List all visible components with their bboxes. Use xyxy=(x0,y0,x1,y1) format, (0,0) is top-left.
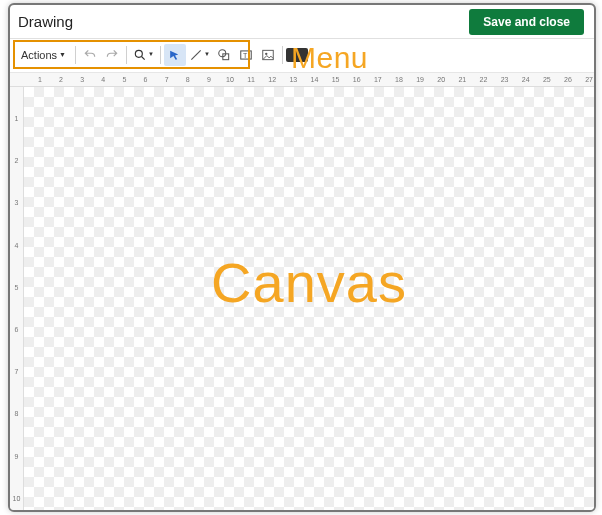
ruler-tick: 13 xyxy=(288,76,299,87)
ruler-tick: 15 xyxy=(330,76,341,87)
drawing-dialog: Drawing Save and close Actions ▼ ▼ xyxy=(8,3,596,512)
ruler-tick: 20 xyxy=(436,76,447,87)
ruler-tick xyxy=(10,256,23,277)
ruler-tick xyxy=(447,76,458,87)
svg-point-0 xyxy=(135,50,142,57)
zoom-icon xyxy=(133,48,147,62)
ruler-tick: 1 xyxy=(10,108,23,129)
ruler-tick xyxy=(10,129,23,150)
ruler-tick xyxy=(10,425,23,446)
line-tool-button[interactable]: ▼ xyxy=(186,44,213,66)
save-and-close-button[interactable]: Save and close xyxy=(469,9,584,35)
ruler-tick: 7 xyxy=(10,361,23,382)
toolbar-separator xyxy=(126,46,127,64)
ruler-tick xyxy=(10,298,23,319)
drawing-canvas[interactable]: Canvas xyxy=(24,87,594,510)
ruler-tick: 8 xyxy=(10,403,23,424)
ruler-tick xyxy=(489,76,500,87)
svg-text:T: T xyxy=(243,52,248,59)
ruler-tick: 19 xyxy=(415,76,426,87)
ruler-tick xyxy=(341,76,352,87)
ruler-tick: 9 xyxy=(204,76,215,87)
undo-icon xyxy=(83,48,97,62)
ruler-tick: 11 xyxy=(246,76,257,87)
ruler-tick: 23 xyxy=(499,76,510,87)
ruler-tick: 6 xyxy=(140,76,151,87)
dialog-title: Drawing xyxy=(18,13,73,30)
ruler-tick: 8 xyxy=(182,76,193,87)
ruler-tick: 22 xyxy=(478,76,489,87)
redo-icon xyxy=(105,48,119,62)
ruler-tick: 1 xyxy=(35,76,46,87)
ruler-tick xyxy=(510,76,521,87)
ruler-tick xyxy=(10,87,23,108)
shape-icon xyxy=(217,48,231,62)
ruler-tick xyxy=(45,76,56,87)
svg-point-8 xyxy=(265,53,267,55)
ruler-tick: 18 xyxy=(394,76,405,87)
ruler-tick xyxy=(214,76,225,87)
ruler-tick: 5 xyxy=(10,277,23,298)
ruler-tick: 10 xyxy=(10,488,23,509)
ruler-tick: 3 xyxy=(77,76,88,87)
toolbar-separator xyxy=(282,46,283,64)
ruler-tick xyxy=(278,76,289,87)
ruler-tick xyxy=(256,76,267,87)
ruler-tick xyxy=(10,340,23,361)
image-icon xyxy=(261,48,275,62)
textbox-tool-button[interactable]: T xyxy=(235,44,257,66)
ruler-tick xyxy=(531,76,542,87)
ruler-tick: 12 xyxy=(267,76,278,87)
ruler-tick xyxy=(24,76,35,87)
redo-button[interactable] xyxy=(101,44,123,66)
select-tool-button[interactable] xyxy=(164,44,186,66)
ruler-tick xyxy=(573,76,584,87)
ruler-tick xyxy=(66,76,77,87)
actions-menu-button[interactable]: Actions ▼ xyxy=(15,44,72,66)
ruler-tick: 9 xyxy=(10,446,23,467)
ruler-tick: 4 xyxy=(10,235,23,256)
svg-line-2 xyxy=(191,50,200,59)
ruler-tick xyxy=(10,214,23,235)
chevron-down-icon: ▼ xyxy=(148,51,154,57)
ruler-tick xyxy=(109,76,120,87)
ruler-tick: 21 xyxy=(457,76,468,87)
ruler-tick: 3 xyxy=(10,192,23,213)
ruler-tick xyxy=(10,382,23,403)
toolbar-separator xyxy=(75,46,76,64)
ruler-tick xyxy=(10,467,23,488)
image-tool-button[interactable] xyxy=(257,44,279,66)
annotation-menu-label: Menu xyxy=(291,41,368,75)
ruler-tick: 6 xyxy=(10,319,23,340)
ruler-tick xyxy=(151,76,162,87)
svg-point-3 xyxy=(219,50,226,57)
line-icon xyxy=(189,48,203,62)
ruler-tick: 5 xyxy=(119,76,130,87)
ruler-tick xyxy=(130,76,141,87)
chevron-down-icon: ▼ xyxy=(204,51,210,57)
ruler-tick: 27 xyxy=(584,76,594,87)
svg-line-1 xyxy=(142,57,145,60)
toolbar: Actions ▼ ▼ ▼ xyxy=(15,43,308,67)
ruler-tick xyxy=(425,76,436,87)
ruler-tick xyxy=(552,76,563,87)
dialog-header: Drawing Save and close xyxy=(10,5,594,39)
ruler-tick xyxy=(404,76,415,87)
shape-tool-button[interactable] xyxy=(213,44,235,66)
ruler-tick xyxy=(383,76,394,87)
main-area: 12345678910 Canvas xyxy=(10,87,594,510)
ruler-tick xyxy=(87,76,98,87)
ruler-tick: 17 xyxy=(373,76,384,87)
select-arrow-icon xyxy=(168,49,181,62)
ruler-tick xyxy=(10,171,23,192)
chevron-down-icon: ▼ xyxy=(59,51,66,58)
zoom-button[interactable]: ▼ xyxy=(130,44,157,66)
ruler-tick: 2 xyxy=(10,150,23,171)
horizontal-ruler: 1234567891011121314151617181920212223242… xyxy=(10,73,594,87)
ruler-tick: 4 xyxy=(98,76,109,87)
ruler-tick: 16 xyxy=(351,76,362,87)
ruler-tick xyxy=(362,76,373,87)
undo-button[interactable] xyxy=(79,44,101,66)
ruler-tick xyxy=(299,76,310,87)
ruler-tick xyxy=(235,76,246,87)
